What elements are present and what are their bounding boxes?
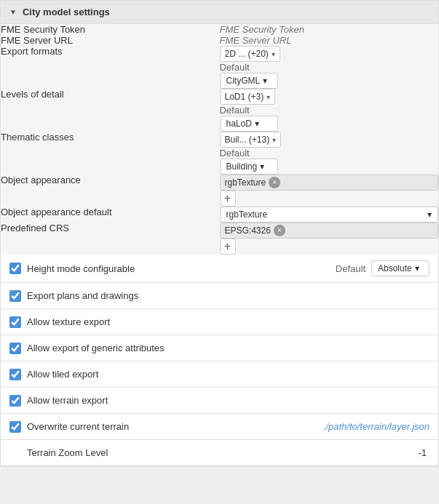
levels-of-detail-label: Levels of detail	[1, 89, 220, 132]
levels-of-detail-chevron-icon: ▾	[266, 93, 270, 101]
object-appearance-default-chevron-icon: ▾	[427, 209, 432, 220]
fme-security-token-label: FME Security Token	[1, 24, 220, 35]
height-mode-label: Height mode configurable	[27, 263, 135, 274]
settings-grid: FME Security Token FME Server URL Export…	[1, 24, 438, 466]
export-formats-tag-text: 2D ... (+20)	[225, 49, 269, 59]
overwrite-terrain-checkbox[interactable]	[9, 421, 21, 433]
height-mode-chevron-icon: ▾	[415, 263, 419, 273]
predefined-crs-tag: EPSG:4326 ×	[220, 223, 439, 239]
terrain-zoom-value: -1	[418, 447, 430, 458]
thematic-classes-value: Buil... (+13) ▾ Default Building ▾	[220, 132, 439, 175]
allow-terrain-label: Allow terrain export	[27, 395, 108, 406]
thematic-classes-select-text: Building	[226, 161, 258, 172]
fme-security-token-input[interactable]	[220, 24, 439, 35]
export-formats-default: Default	[220, 62, 250, 73]
object-appearance-label: Object appearance	[1, 175, 220, 207]
allow-texture-checkbox[interactable]	[9, 316, 21, 328]
height-mode-value: Default Absolute ▾	[336, 260, 430, 276]
thematic-classes-chevron-icon: ▾	[272, 136, 276, 144]
levels-of-detail-tag-text: LoD1 (+3)	[225, 92, 264, 102]
thematic-classes-tag-text: Buil... (+13)	[225, 135, 270, 145]
levels-of-detail-select-chevron-icon: ▾	[255, 119, 259, 129]
overwrite-terrain-path: ./path/to/terrain/layer.json	[323, 421, 430, 432]
allow-generic-label: Allow export of generic attributes	[27, 343, 165, 353]
thematic-classes-label: Thematic classes	[1, 132, 220, 175]
predefined-crs-label: Predefined CRS	[1, 223, 220, 255]
panel-chevron-icon: ▼	[9, 8, 17, 16]
export-plans-label: Export plans and drawings	[27, 290, 138, 301]
levels-of-detail-select[interactable]: haLoD ▾	[220, 116, 278, 132]
height-mode-select[interactable]: Absolute ▾	[371, 260, 430, 276]
object-appearance-default-select[interactable]: rgbTexture ▾	[220, 207, 439, 223]
object-appearance-tag: rgbTexture ×	[220, 175, 439, 191]
levels-of-detail-select-text: haLoD	[226, 119, 252, 129]
overwrite-terrain-label: Overwrite current terrain	[27, 421, 129, 432]
fme-server-url-input[interactable]	[220, 35, 439, 46]
predefined-crs-remove-button[interactable]: ×	[274, 225, 285, 236]
allow-generic-row: Allow export of generic attributes	[1, 335, 438, 361]
allow-generic-checkbox[interactable]	[9, 343, 21, 354]
height-mode-select-text: Absolute	[378, 263, 412, 273]
allow-texture-label: Allow texture export	[27, 316, 110, 327]
object-appearance-value: rgbTexture × +	[220, 175, 439, 207]
allow-terrain-checkbox[interactable]	[9, 395, 21, 407]
levels-of-detail-default: Default	[220, 105, 250, 116]
export-plans-checkbox[interactable]	[9, 290, 21, 302]
levels-of-detail-dropdown[interactable]: LoD1 (+3) ▾	[220, 89, 276, 105]
export-formats-label: Export formats	[1, 46, 220, 89]
city-model-settings-panel: ▼ City model settings FME Security Token…	[0, 0, 439, 467]
export-formats-select-text: CityGML	[226, 76, 261, 86]
allow-tiled-row: Allow tiled export	[1, 361, 438, 388]
object-appearance-remove-button[interactable]: ×	[269, 177, 280, 188]
export-formats-chevron-icon: ▾	[272, 50, 275, 58]
export-formats-dropdown[interactable]: 2D ... (+20) ▾	[220, 46, 280, 62]
predefined-crs-add-button[interactable]: +	[220, 239, 236, 255]
thematic-classes-select[interactable]: Building ▾	[220, 159, 278, 175]
object-appearance-default-value: rgbTexture ▾	[220, 207, 439, 223]
allow-texture-row: Allow texture export	[1, 309, 438, 335]
fme-server-url-label: FME Server URL	[1, 35, 220, 46]
levels-of-detail-value: LoD1 (+3) ▾ Default haLoD ▾	[220, 89, 439, 132]
allow-tiled-checkbox[interactable]	[9, 369, 21, 380]
object-appearance-default-select-text: rgbTexture	[226, 209, 268, 220]
predefined-crs-tag-text: EPSG:4326	[225, 225, 271, 236]
overwrite-terrain-row: Overwrite current terrain ./path/to/terr…	[1, 414, 438, 440]
fme-server-url-value	[220, 35, 439, 46]
export-formats-select-chevron-icon: ▾	[263, 76, 267, 86]
export-formats-value: 2D ... (+20) ▾ Default CityGML ▾	[220, 46, 439, 89]
object-appearance-tag-text: rgbTexture	[225, 177, 266, 188]
panel-header[interactable]: ▼ City model settings	[1, 1, 438, 24]
height-mode-checkbox[interactable]	[9, 263, 21, 274]
export-plans-row: Export plans and drawings	[1, 283, 438, 309]
terrain-zoom-row: Terrain Zoom Level -1	[1, 440, 438, 466]
allow-terrain-row: Allow terrain export	[1, 388, 438, 414]
panel-title: City model settings	[23, 7, 110, 17]
thematic-classes-default: Default	[220, 148, 250, 159]
terrain-zoom-label: Terrain Zoom Level	[27, 447, 108, 458]
allow-tiled-label: Allow tiled export	[27, 369, 98, 380]
export-formats-select[interactable]: CityGML ▾	[220, 73, 278, 89]
height-mode-row: Height mode configurable Default Absolut…	[1, 255, 438, 283]
fme-security-token-value	[220, 24, 439, 35]
height-mode-default-text: Default	[336, 263, 365, 274]
thematic-classes-dropdown[interactable]: Buil... (+13) ▾	[220, 132, 282, 148]
thematic-classes-select-chevron-icon: ▾	[260, 161, 264, 172]
object-appearance-add-button[interactable]: +	[220, 191, 236, 207]
predefined-crs-value: EPSG:4326 × +	[220, 223, 439, 255]
overwrite-terrain-value: ./path/to/terrain/layer.json	[323, 421, 430, 432]
object-appearance-default-label: Object appearance default	[1, 207, 220, 223]
